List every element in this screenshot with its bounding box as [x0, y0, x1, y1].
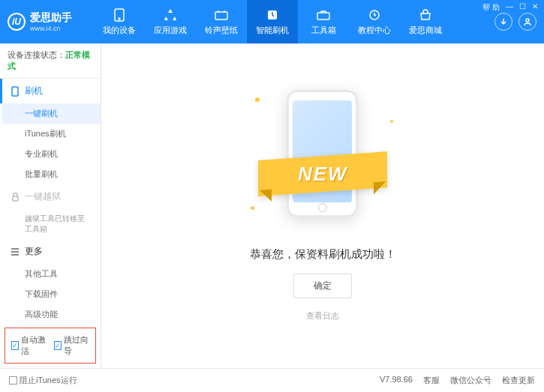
checkbox-auto-activate[interactable]: ✓自动激活 [11, 334, 47, 357]
menu-icon [10, 247, 20, 257]
success-message: 恭喜您，保资料刷机成功啦！ [250, 247, 396, 262]
connection-status: 设备连接状态：正常模式 [0, 43, 101, 79]
header-actions [494, 13, 536, 31]
svg-rect-4 [317, 13, 329, 19]
app-name: 爱思助手 [30, 11, 72, 25]
sub-other-tools[interactable]: 其他工具 [2, 264, 101, 284]
nav-apps[interactable]: 应用游戏 [145, 0, 196, 43]
user-icon[interactable] [518, 13, 536, 31]
checkbox-icon [9, 376, 17, 385]
section-jailbreak[interactable]: 一键越狱 [2, 184, 101, 209]
device-info[interactable]: iPhone 12 mini 64GB Down-12mini-13,1 [0, 367, 101, 368]
support-link[interactable]: 客服 [423, 375, 440, 386]
check-icon: ✓ [54, 341, 62, 350]
sub-download-fw[interactable]: 下载固件 [2, 284, 101, 304]
window-controls: 帮 助 — ☐ ✕ [482, 2, 538, 13]
checkbox-block-itunes[interactable]: 阻止iTunes运行 [9, 375, 77, 386]
sub-advanced[interactable]: 高级功能 [2, 304, 101, 325]
ok-button[interactable]: 确定 [293, 274, 352, 298]
sidebar: 设备连接状态：正常模式 刷机 一键刷机 iTunes刷机 专业刷机 批量刷机 一… [0, 43, 101, 368]
svg-rect-2 [215, 12, 227, 19]
maximize-icon[interactable]: ☐ [519, 2, 526, 13]
sub-batch-flash[interactable]: 批量刷机 [2, 164, 101, 184]
close-icon[interactable]: ✕ [532, 2, 538, 13]
check-update-link[interactable]: 检查更新 [502, 375, 535, 386]
store-icon [419, 8, 432, 22]
version-label: V7.98.66 [380, 375, 413, 386]
options-row: ✓自动激活 ✓跳过向导 [5, 328, 96, 364]
success-illustration: NEW [263, 90, 383, 232]
nav-my-device[interactable]: 我的设备 [94, 0, 145, 43]
apps-icon [164, 8, 177, 22]
nav-store[interactable]: 爱思商城 [400, 0, 451, 43]
nav-tutorials[interactable]: 教程中心 [349, 0, 400, 43]
section-flash[interactable]: 刷机 [0, 79, 101, 103]
nav-media[interactable]: 铃声壁纸 [196, 0, 247, 43]
checkbox-skip-guide[interactable]: ✓跳过向导 [54, 334, 89, 357]
new-ribbon: NEW [258, 151, 387, 196]
help-menu[interactable]: 帮 助 [482, 2, 500, 13]
logo-icon: iU [8, 13, 26, 31]
phone-icon [10, 86, 20, 97]
nav-tools[interactable]: 工具箱 [298, 0, 349, 43]
check-icon: ✓ [11, 341, 19, 350]
svg-rect-8 [13, 196, 18, 201]
media-icon [215, 8, 228, 22]
toolbox-icon [317, 8, 330, 22]
nav-flash[interactable]: 智能刷机 [247, 0, 298, 43]
phone-icon [113, 8, 126, 22]
svg-rect-7 [12, 87, 18, 96]
logo: iU 爱思助手 www.i4.cn [8, 11, 94, 32]
view-log-link[interactable]: 查看日志 [306, 310, 339, 322]
wechat-link[interactable]: 微信公众号 [450, 375, 491, 386]
svg-point-6 [526, 19, 529, 22]
header: 帮 助 — ☐ ✕ iU 爱思助手 www.i4.cn 我的设备 应用游戏 铃声… [0, 0, 544, 43]
section-more[interactable]: 更多 [2, 239, 101, 264]
footer: 阻止iTunes运行 V7.98.66 客服 微信公众号 检查更新 [0, 368, 544, 392]
book-icon [368, 8, 381, 22]
minimize-icon[interactable]: — [506, 2, 513, 13]
main-content: NEW 恭喜您，保资料刷机成功啦！ 确定 查看日志 [101, 43, 544, 368]
flash-icon [266, 8, 279, 22]
jailbreak-note: 越狱工具已转移至 工具箱 [2, 209, 101, 239]
app-url: www.i4.cn [30, 25, 72, 32]
sub-pro-flash[interactable]: 专业刷机 [2, 144, 101, 164]
nav-bar: 我的设备 应用游戏 铃声壁纸 智能刷机 工具箱 教程中心 爱思商城 [94, 0, 494, 43]
download-icon[interactable] [494, 13, 512, 31]
svg-point-1 [119, 18, 120, 19]
sub-itunes-flash[interactable]: iTunes刷机 [2, 124, 101, 144]
lock-icon [10, 192, 20, 202]
sub-oneclick-flash[interactable]: 一键刷机 [2, 103, 101, 124]
